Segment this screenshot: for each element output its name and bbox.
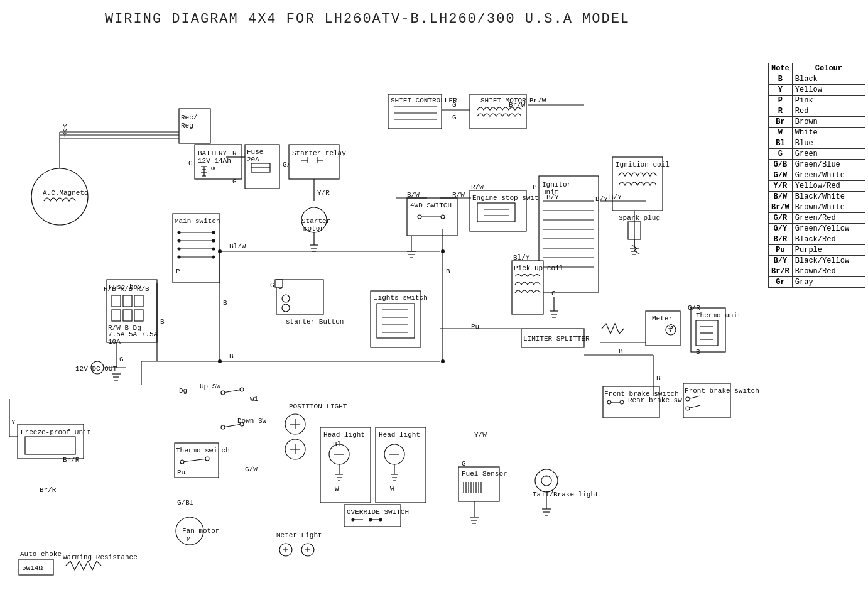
legend-code-brw: Br/W	[769, 202, 793, 213]
svg-point-167	[686, 397, 690, 401]
legend-code-p: P	[769, 96, 793, 106]
svg-point-0	[31, 168, 88, 225]
legend-color-pu: Purple	[792, 245, 865, 256]
legend-code-g: G	[769, 149, 793, 160]
legend-color-white: White	[792, 128, 865, 138]
svg-rect-61	[112, 295, 121, 307]
svg-point-86	[282, 304, 290, 312]
svg-text:B/Y: B/Y	[546, 194, 559, 201]
wiring-diagram: text { font-family: 'Courier New', Couri…	[0, 35, 766, 600]
svg-text:Pu: Pu	[471, 323, 479, 331]
legend-color-bw: Black/White	[792, 192, 865, 202]
legend-color-brown: Brown	[792, 117, 865, 128]
svg-text:⊕: ⊕	[211, 165, 215, 172]
svg-text:R/W: R/W	[471, 183, 484, 191]
svg-rect-103	[477, 203, 515, 222]
legend-code-gy: G/Y	[769, 224, 793, 234]
svg-text:12V DC-OUT: 12V DC-OUT	[75, 365, 117, 373]
svg-point-162	[620, 400, 624, 404]
legend-code-r: R	[769, 106, 793, 117]
legend-code-gw: G/W	[769, 170, 793, 181]
legend-color-by: Black/Yellow	[792, 256, 865, 266]
legend-code-pu: Pu	[769, 245, 793, 256]
svg-text:P: P	[533, 183, 537, 191]
svg-text:G: G	[551, 290, 556, 297]
legend-color-yr: Yellow/Red	[792, 181, 865, 192]
svg-point-169	[686, 407, 690, 410]
svg-text:G: G	[270, 282, 274, 289]
svg-text:B: B	[696, 348, 700, 356]
legend-color-black: Black	[792, 74, 865, 85]
svg-text:Ignitor: Ignitor	[542, 181, 571, 189]
svg-rect-215	[320, 427, 371, 503]
main-container: WIRING DIAGRAM 4X4 FOR LH260ATV-B.LH260/…	[0, 0, 868, 607]
svg-text:B: B	[446, 268, 450, 275]
svg-text:A.C.Magneto: A.C.Magneto	[43, 189, 89, 197]
svg-text:G: G	[188, 160, 193, 167]
svg-text:lights switch: lights switch	[374, 294, 428, 302]
svg-text:Pick up coil: Pick up coil	[514, 265, 563, 272]
svg-text:B: B	[160, 318, 165, 325]
svg-point-199	[240, 388, 244, 391]
legend-code-br: Br	[769, 117, 793, 128]
svg-rect-90	[377, 304, 415, 338]
svg-rect-63	[134, 295, 143, 307]
svg-point-48	[212, 231, 215, 234]
svg-text:Bl: Bl	[333, 440, 341, 448]
svg-text:Meter: Meter	[652, 315, 673, 322]
svg-text:B: B	[229, 353, 234, 360]
svg-text:Head light: Head light	[323, 431, 365, 439]
legend-color-yellow: Yellow	[792, 85, 865, 96]
legend-code-y: Y	[769, 85, 793, 96]
svg-text:Br/R: Br/R	[63, 456, 80, 464]
svg-text:Br/W: Br/W	[509, 101, 526, 109]
svg-text:20A: 20A	[247, 156, 259, 163]
legend-color-brr: Brown/Red	[792, 266, 865, 277]
svg-text:Main switch: Main switch	[175, 217, 220, 225]
svg-text:Fuse: Fuse	[247, 148, 263, 156]
legend-color-gy: Green/Yellow	[792, 224, 865, 234]
svg-point-98	[418, 215, 421, 219]
svg-point-56	[178, 256, 180, 258]
svg-point-198	[221, 391, 225, 395]
svg-text:Rec/: Rec/	[181, 114, 197, 121]
svg-text:10A: 10A	[108, 338, 121, 346]
svg-rect-225	[376, 427, 426, 503]
svg-point-203	[221, 425, 225, 429]
svg-text:B: B	[619, 347, 623, 355]
svg-text:Meter Light: Meter Light	[276, 532, 322, 539]
svg-point-271	[441, 249, 445, 253]
legend-code-bl: Bl	[769, 138, 793, 149]
svg-text:B/Y: B/Y	[595, 195, 608, 203]
svg-point-99	[441, 215, 445, 219]
legend-color-green: Green	[792, 149, 865, 160]
svg-text:R/B R/B R/B: R/B R/B R/B	[104, 285, 149, 293]
color-legend: Note Colour BBlack YYellow PPink RRed Br…	[768, 63, 865, 288]
svg-point-51	[212, 239, 215, 242]
svg-text:7.5A 5A 7.5A: 7.5A 5A 7.5A	[108, 331, 158, 338]
svg-text:G: G	[669, 323, 673, 331]
svg-point-85	[282, 295, 290, 302]
legend-color-br: Black/Red	[792, 234, 865, 245]
svg-text:Warming Resistance: Warming Resistance	[63, 554, 138, 561]
svg-text:5W14Ω: 5W14Ω	[22, 564, 43, 572]
svg-text:motor: motor	[303, 225, 324, 232]
svg-rect-65	[123, 310, 132, 321]
svg-text:Bl/Y: Bl/Y	[513, 254, 530, 261]
svg-text:Up SW: Up SW	[200, 383, 220, 390]
svg-point-53	[178, 248, 180, 250]
legend-code-yr: Y/R	[769, 181, 793, 192]
svg-text:Thermo switch: Thermo switch	[176, 447, 230, 454]
svg-text:Bl/W: Bl/W	[229, 243, 246, 250]
svg-text:G: G	[462, 460, 466, 468]
svg-point-204	[240, 422, 244, 426]
svg-text:G: G	[452, 101, 457, 109]
legend-code-brr: Br/R	[769, 266, 793, 277]
legend-header-colour: Colour	[792, 63, 865, 74]
svg-text:R/W: R/W	[452, 191, 465, 199]
svg-text:G: G	[232, 178, 237, 185]
svg-text:LIMITER SPLITTER: LIMITER SPLITTER	[523, 335, 590, 342]
legend-code-bw: B/W	[769, 192, 793, 202]
svg-text:starter Button: starter Button	[286, 318, 344, 325]
svg-line-197	[223, 390, 242, 393]
